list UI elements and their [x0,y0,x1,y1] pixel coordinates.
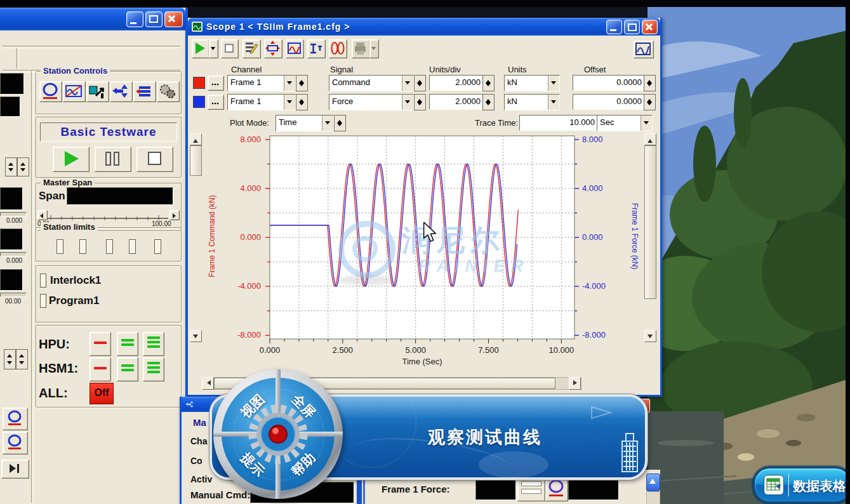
scope-autoscale-button[interactable] [264,39,282,58]
stop-button[interactable] [136,147,173,172]
spinner[interactable] [414,94,426,110]
spinner[interactable] [644,94,656,110]
units-div-field[interactable]: 2.0000 [429,75,484,91]
scroll-up-button[interactable] [646,474,660,491]
minimize-button[interactable] [126,11,143,27]
units-select[interactable]: kN [504,94,560,110]
spinner[interactable] [414,75,426,91]
dropdown-button[interactable] [284,76,295,91]
trace-options-button[interactable] [208,76,224,91]
units-div-field[interactable]: 2.0000 [429,94,484,110]
scope-stop-button[interactable] [221,39,239,58]
scroll-up-button[interactable] [190,133,202,145]
partial-button[interactable] [1,460,29,479]
interlock-indicator[interactable] [40,274,46,288]
channel-select[interactable]: Frame 1 [227,75,296,91]
mini-slider[interactable] [0,252,27,256]
trace-time-units-select[interactable]: Sec [597,115,653,131]
maximize-button[interactable] [145,11,163,27]
station-manager-titlebar[interactable] [0,8,185,30]
hsm1-off-button[interactable] [90,357,111,381]
scroll-right-button[interactable] [569,377,581,390]
trace-color-swatch[interactable] [193,77,205,89]
meters-button[interactable] [39,81,62,102]
scroll-left-button[interactable] [202,377,214,390]
scope-maximize-button[interactable] [624,20,640,34]
offset-field[interactable]: 0.0000 [573,75,645,91]
scroll-down-button[interactable] [190,330,202,342]
signal-select[interactable]: Command [329,75,414,91]
program-indicator[interactable] [40,294,46,308]
scope-cursor-button[interactable] [307,39,326,58]
scroll-up-button[interactable] [644,133,656,145]
scroll-down-button[interactable] [644,330,656,342]
dropdown-button[interactable] [284,95,295,110]
trace-options-button[interactable] [208,95,224,110]
run-button[interactable] [53,147,90,172]
scroll-track[interactable] [646,491,660,504]
scope-run-button[interactable] [192,39,209,58]
dropdown-button[interactable] [322,116,333,131]
close-button[interactable] [164,11,183,27]
span-slider[interactable] [48,211,168,219]
offset-field[interactable]: 0.0000 [573,94,645,110]
spinner[interactable] [644,75,656,91]
trace-color-swatch[interactable] [193,96,205,108]
dropdown-button[interactable] [548,76,559,91]
scope-trace-button[interactable] [286,39,304,58]
spinner[interactable] [4,349,16,369]
scroll-thumb[interactable] [190,145,202,176]
all-off-button[interactable]: Off [90,383,114,404]
hpu-low-button[interactable] [117,332,138,356]
scope-setup-button[interactable] [242,39,261,58]
meter-button[interactable] [3,432,28,454]
trace-time-field[interactable]: 10.000 [519,115,606,131]
meter-button[interactable] [3,408,28,430]
station-setup-button[interactable] [157,81,180,102]
limit-indicator[interactable] [56,239,63,254]
spinner[interactable] [482,75,495,91]
plot-mode-select[interactable]: Time [276,115,334,131]
scroll-thumb[interactable] [644,145,656,299]
scope-run-dropdown[interactable] [209,39,218,58]
scope-button[interactable] [63,81,86,102]
scope-print-dropdown[interactable] [369,39,379,58]
scope-minimize-button[interactable] [606,20,622,34]
mini-slider[interactable] [0,212,27,216]
hold-button[interactable] [95,147,131,172]
units-select[interactable]: kN [504,75,560,91]
spinner[interactable] [296,94,308,110]
dropdown-button[interactable] [641,116,652,131]
scope-close-button[interactable] [642,20,658,34]
hpu-high-button[interactable] [143,332,164,356]
slider-left-button[interactable] [37,210,48,220]
channel-select[interactable]: Frame 1 [227,94,296,110]
limit-indicator[interactable] [129,239,136,254]
scope-titlebar[interactable]: Scope 1 < TSIIm Frame1.cfg > [188,18,660,36]
hsm1-low-button[interactable] [117,357,138,381]
slider-right-button[interactable] [169,210,180,220]
data-display-button[interactable] [86,81,109,102]
spinner[interactable] [17,157,29,176]
spinner[interactable] [334,115,346,131]
scope-xy-button[interactable] [329,39,347,58]
limit-indicator[interactable] [154,239,161,254]
spinner[interactable] [296,75,308,91]
scope-print-button[interactable] [352,39,370,58]
signal-select[interactable]: Force [329,94,414,110]
spinner[interactable] [5,157,17,176]
signal-list-button[interactable] [133,81,156,102]
hsm1-high-button[interactable] [143,357,164,381]
dial-gear-icon[interactable] [246,402,310,466]
limit-indicator[interactable] [106,239,113,254]
dropdown-button[interactable] [548,95,559,110]
limit-indicator[interactable] [79,239,86,254]
scope-signal-config-button[interactable] [634,41,654,58]
spinner[interactable] [16,349,28,369]
hpu-off-button[interactable] [90,332,111,356]
manual-controls-button[interactable] [110,81,133,102]
data-table-button[interactable]: 数据表格 [753,467,850,503]
dropdown-button[interactable] [402,95,413,110]
spinner[interactable] [482,94,495,110]
dropdown-button[interactable] [402,76,413,91]
